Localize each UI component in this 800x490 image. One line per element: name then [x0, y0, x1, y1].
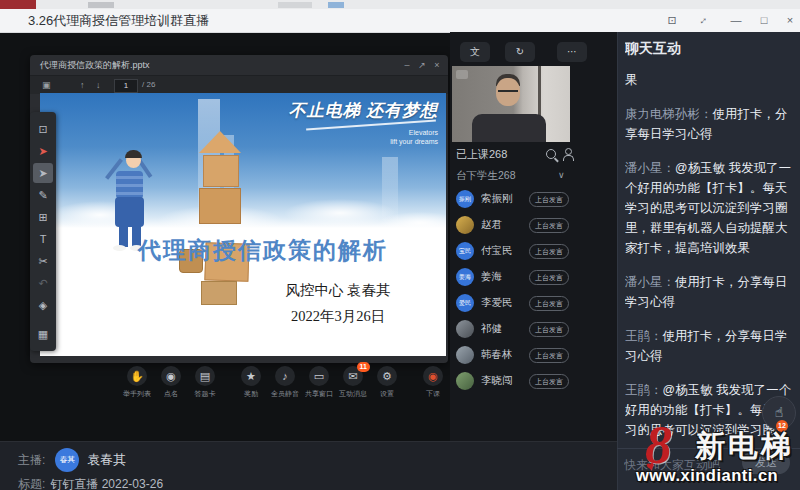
student-name: 赵君: [481, 218, 529, 232]
invite-to-stage-button[interactable]: 上台发言: [529, 244, 569, 259]
unread-badge: 11: [357, 362, 370, 372]
reward-button[interactable]: ★ 奖励: [234, 366, 268, 399]
presenter-video: [452, 66, 570, 142]
student-name: 韩春林: [481, 348, 529, 362]
student-name: 索振刚: [481, 192, 529, 206]
page-down-icon[interactable]: ↓: [96, 76, 101, 94]
invite-to-stage-button[interactable]: 上台发言: [529, 296, 569, 311]
student-row: 爱民 李爱民 上台发言: [450, 290, 573, 316]
interactive-message-button[interactable]: ✉ 11 互动消息: [336, 366, 370, 399]
host-name: 袁春其: [87, 451, 126, 469]
avatar: [456, 346, 474, 364]
mute-all-button[interactable]: ♪ 全员静音: [268, 366, 302, 399]
chat-colon: ：: [663, 161, 676, 175]
presentation-titlebar: 代理商授信政策的解析.pptx – ↗ ×: [30, 55, 448, 75]
avatar: 姜海: [456, 268, 474, 286]
invite-to-stage-button[interactable]: 上台发言: [529, 374, 569, 389]
toolbar-label: 共享窗口: [305, 389, 333, 399]
close-button[interactable]: ×: [780, 11, 800, 30]
caption-button[interactable]: 文: [460, 42, 490, 62]
settings-button[interactable]: ⚙ 设置: [370, 366, 404, 399]
add-person-icon[interactable]: [562, 148, 574, 160]
student-row: 李晓闯 上台发言: [450, 368, 573, 394]
chat-colon: ：: [663, 275, 676, 289]
toolbar-icon: ✋: [127, 366, 147, 386]
host-row: 主播: 春其 袁春其: [18, 448, 126, 472]
search-icon[interactable]: [546, 149, 556, 159]
select-tool-icon[interactable]: ➤: [33, 163, 53, 183]
toolbar-icon: ✉ 11: [343, 366, 363, 386]
slide-blocks-illustration: [175, 131, 285, 301]
page-total: / 26: [142, 76, 155, 94]
laser-pointer-icon[interactable]: ➤: [33, 141, 53, 161]
tool-glyph: ➤: [38, 146, 47, 157]
tool-glyph: ↶: [38, 278, 47, 289]
text-tool-icon[interactable]: T: [33, 229, 53, 249]
slogan-chinese: 不止电梯 还有梦想: [238, 99, 438, 122]
slide-date: 2022年3月26日: [240, 307, 436, 326]
share-window-button[interactable]: ▭ 共享窗口: [302, 366, 336, 399]
toolbar-label: 下课: [426, 389, 440, 399]
rotate-screen-button[interactable]: ↻: [505, 42, 535, 62]
toolbar-icon: ★: [241, 366, 261, 386]
attended-count-label: 已上课268: [456, 144, 507, 164]
window-title: 3.26代理商授信管理培训群直播: [28, 9, 209, 32]
chat-colon: ：: [650, 329, 663, 343]
invite-to-stage-button[interactable]: 上台发言: [529, 218, 569, 233]
invite-to-stage-button[interactable]: 上台发言: [529, 322, 569, 337]
end-class-button[interactable]: ◉ 下课: [416, 366, 450, 399]
maximize-button[interactable]: □: [754, 11, 774, 30]
invite-to-stage-button[interactable]: 上台发言: [529, 192, 569, 207]
fullscreen-button[interactable]: ↕: [694, 11, 714, 30]
audience-count-label: 台下学生268: [456, 166, 516, 184]
invite-to-stage-button[interactable]: 上台发言: [529, 270, 569, 285]
presentation-close-button[interactable]: ×: [430, 55, 444, 75]
chat-input[interactable]: [622, 452, 736, 478]
slide-canvas: 不止电梯 还有梦想 Elevators lift your dreams 代理商: [40, 93, 446, 356]
roll-call-button[interactable]: ◉ 点名: [154, 366, 188, 399]
toolbox-tool-icon[interactable]: ▦: [33, 324, 53, 344]
chat-message: 王鹃：使用打卡，分享每日学习心得: [625, 326, 795, 366]
roster-panel: 文 ↻ ⋯ 已上课268 台下学生268 ∨ 振刚 索振刚 上台发言 赵君 上台: [450, 32, 617, 441]
toolbar-icon: ♪: [275, 366, 295, 386]
page-tool-icon[interactable]: ⊡: [33, 119, 53, 139]
invite-to-stage-button[interactable]: 上台发言: [529, 348, 569, 363]
stream-info-footer: 主播: 春其 袁春其 标题: 钉钉直播 2022-03-26: [0, 441, 617, 490]
more-options-button[interactable]: ⋯: [557, 42, 587, 62]
host-avatar: 春其: [55, 448, 79, 472]
undo-tool-icon[interactable]: ↶: [33, 273, 53, 293]
send-button[interactable]: 发送: [742, 451, 790, 474]
student-row: 韩春林 上台发言: [450, 342, 573, 368]
pen-tool-icon[interactable]: ✎: [33, 185, 53, 205]
tool-glyph: ➤: [38, 168, 47, 179]
minimize-button[interactable]: —: [726, 11, 746, 30]
thumbnail-panel-icon[interactable]: ▣: [42, 76, 51, 94]
toolbar-icon: ▤: [195, 366, 215, 386]
student-name: 付宝民: [481, 244, 529, 258]
student-name: 李爱民: [481, 296, 529, 310]
chevron-down-icon[interactable]: ∨: [558, 166, 565, 184]
presentation-minimize-button[interactable]: –: [400, 55, 414, 75]
popout-window-button[interactable]: ⊡: [662, 11, 682, 30]
presenter-body: [472, 114, 546, 142]
page-number-input[interactable]: 1: [114, 79, 138, 93]
stream-title-label: 标题:: [18, 476, 45, 490]
cut-tool-icon[interactable]: ✂: [33, 251, 53, 271]
tool-glyph: ✂: [38, 256, 47, 267]
chat-sender: 王鹃: [625, 383, 650, 397]
toolbar-label: 全员静音: [271, 389, 299, 399]
answer-card-button[interactable]: ▤ 答题卡: [188, 366, 222, 399]
presentation-popout-button[interactable]: ↗: [415, 55, 429, 75]
audience-count-row: 台下学生268 ∨: [450, 166, 573, 184]
raise-hand-list-button[interactable]: ✋ 举手列表: [120, 366, 154, 399]
avatar: 振刚: [456, 190, 474, 208]
eraser-tool-icon[interactable]: ◈: [33, 295, 53, 315]
chat-message-area[interactable]: 聊天互动 果 康力电梯孙彬：使用打卡，分享每日学习心得 潘小星：@杨玉敏 我发现…: [625, 40, 795, 444]
tool-glyph: ✎: [38, 190, 47, 201]
chat-message: 康力电梯孙彬：使用打卡，分享每日学习心得: [625, 104, 795, 144]
avatar: [456, 372, 474, 390]
page-up-icon[interactable]: ↑: [80, 76, 85, 94]
shape-tool-icon[interactable]: ⊞: [33, 207, 53, 227]
tool-glyph: T: [40, 234, 47, 245]
chat-text: @杨玉敏 我发现了一个好用的功能【打卡】。每天学习的思考可以沉淀到学习圈里，群里…: [625, 161, 791, 255]
